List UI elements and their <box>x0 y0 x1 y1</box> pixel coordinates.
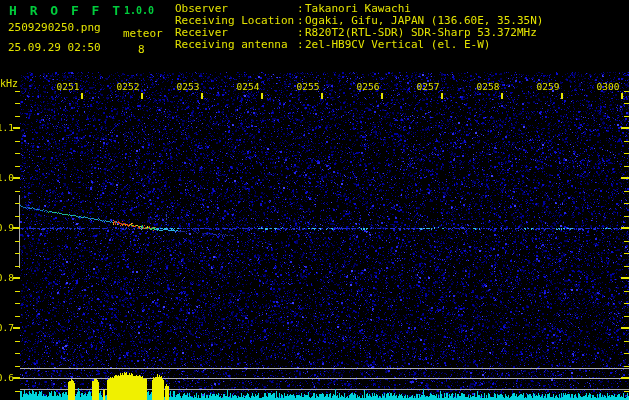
time-tick-label: 0258 <box>476 81 500 92</box>
app-title: H R O F F T <box>9 3 123 18</box>
freq-tick-label: 1.1 <box>0 122 14 133</box>
freq-tick-label: 1.0 <box>0 172 14 183</box>
echo-count: 8 <box>138 43 145 56</box>
station-info-label: Receiving antenna <box>175 39 297 51</box>
time-tick-label: 0255 <box>296 81 320 92</box>
capture-filename: 2509290250.png <box>8 21 101 34</box>
freq-tick-label: 0.9 <box>0 222 14 233</box>
time-tick-label: 0259 <box>536 81 560 92</box>
station-info: Observer:Takanori KawachiReceiving Locat… <box>175 3 543 51</box>
capture-mode: meteor <box>123 27 163 40</box>
spectrogram-canvas <box>0 0 629 400</box>
freq-tick-label: 0.6 <box>0 372 14 383</box>
app-version: 1.0.0 <box>124 5 154 16</box>
station-info-row: Receiving antenna:2el-HB9CV Vertical (el… <box>175 39 543 51</box>
freq-tick-label: 0.7 <box>0 322 14 333</box>
time-tick-label: 0252 <box>116 81 140 92</box>
time-tick-label: 0254 <box>236 81 260 92</box>
station-info-value: 2el-HB9CV Vertical (el. E-W) <box>305 39 490 51</box>
hrofft-screenshot: H R O F F T 1.0.0 2509290250.png meteor … <box>0 0 629 400</box>
time-tick-label: 0257 <box>416 81 440 92</box>
time-tick-label: 0253 <box>176 81 200 92</box>
freq-axis-unit-label: kHz <box>0 78 18 89</box>
freq-tick-label: 0.8 <box>0 272 14 283</box>
time-tick-label: 0251 <box>56 81 80 92</box>
time-tick-label: 0300 <box>596 81 620 92</box>
capture-datetime: 25.09.29 02:50 <box>8 41 101 54</box>
station-info-separator: : <box>297 39 305 51</box>
time-tick-label: 0256 <box>356 81 380 92</box>
